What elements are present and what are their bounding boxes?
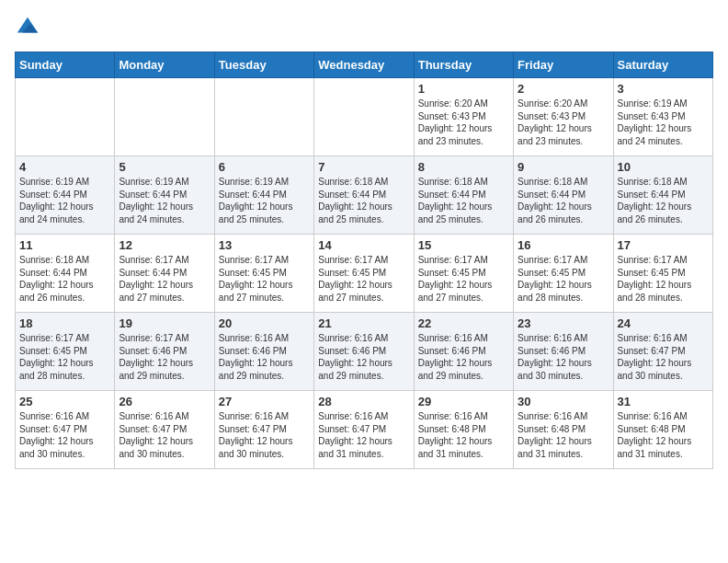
calendar-cell: 10Sunrise: 6:18 AM Sunset: 6:44 PM Dayli… [613,156,712,235]
day-info: Sunrise: 6:16 AM Sunset: 6:46 PM Dayligh… [518,332,609,382]
day-number: 4 [19,160,110,174]
day-info: Sunrise: 6:19 AM Sunset: 6:44 PM Dayligh… [19,176,110,225]
calendar-cell: 19Sunrise: 6:17 AM Sunset: 6:46 PM Dayli… [115,313,214,391]
day-number: 10 [618,160,709,174]
calendar-cell: 27Sunrise: 6:16 AM Sunset: 6:47 PM Dayli… [214,391,313,469]
day-info: Sunrise: 6:19 AM Sunset: 6:44 PM Dayligh… [119,176,210,225]
day-info: Sunrise: 6:16 AM Sunset: 6:47 PM Dayligh… [219,410,310,460]
day-info: Sunrise: 6:17 AM Sunset: 6:45 PM Dayligh… [618,254,709,304]
calendar-cell: 3Sunrise: 6:19 AM Sunset: 6:43 PM Daylig… [613,78,712,156]
calendar-table: SundayMondayTuesdayWednesdayThursdayFrid… [15,52,713,469]
logo-icon [15,15,40,40]
day-number: 19 [119,316,210,330]
calendar-cell: 17Sunrise: 6:17 AM Sunset: 6:45 PM Dayli… [613,235,712,313]
header-day-tuesday: Tuesday [214,52,313,78]
day-number: 28 [318,395,409,408]
day-number: 2 [518,82,609,96]
day-info: Sunrise: 6:16 AM Sunset: 6:47 PM Dayligh… [119,410,210,460]
calendar-cell: 30Sunrise: 6:16 AM Sunset: 6:48 PM Dayli… [514,391,613,469]
calendar-cell [115,78,214,156]
calendar-cell: 1Sunrise: 6:20 AM Sunset: 6:43 PM Daylig… [414,78,513,156]
calendar-cell: 5Sunrise: 6:19 AM Sunset: 6:44 PM Daylig… [115,156,214,235]
day-number: 1 [418,82,509,96]
calendar-cell: 31Sunrise: 6:16 AM Sunset: 6:48 PM Dayli… [613,391,712,469]
calendar-cell: 8Sunrise: 6:18 AM Sunset: 6:44 PM Daylig… [414,156,513,235]
calendar-cell: 24Sunrise: 6:16 AM Sunset: 6:47 PM Dayli… [613,313,712,391]
day-number: 8 [418,160,509,174]
day-number: 27 [219,395,310,408]
day-number: 31 [618,395,709,408]
calendar-cell: 23Sunrise: 6:16 AM Sunset: 6:46 PM Dayli… [514,313,613,391]
calendar-cell: 16Sunrise: 6:17 AM Sunset: 6:45 PM Dayli… [514,235,613,313]
day-number: 3 [618,82,709,96]
header-day-monday: Monday [115,52,214,78]
day-number: 5 [119,160,210,174]
calendar-cell: 15Sunrise: 6:17 AM Sunset: 6:45 PM Dayli… [414,235,513,313]
calendar-cell: 25Sunrise: 6:16 AM Sunset: 6:47 PM Dayli… [16,391,115,469]
day-info: Sunrise: 6:16 AM Sunset: 6:48 PM Dayligh… [618,410,709,460]
day-info: Sunrise: 6:18 AM Sunset: 6:44 PM Dayligh… [618,176,709,225]
calendar-cell: 28Sunrise: 6:16 AM Sunset: 6:47 PM Dayli… [314,391,414,469]
day-number: 29 [418,395,509,408]
day-info: Sunrise: 6:18 AM Sunset: 6:44 PM Dayligh… [518,176,609,225]
day-number: 9 [518,160,609,174]
day-number: 21 [318,316,409,330]
day-info: Sunrise: 6:17 AM Sunset: 6:45 PM Dayligh… [418,254,509,304]
week-row-2: 4Sunrise: 6:19 AM Sunset: 6:44 PM Daylig… [16,156,713,235]
day-number: 7 [318,160,409,174]
day-info: Sunrise: 6:16 AM Sunset: 6:47 PM Dayligh… [318,410,409,460]
day-info: Sunrise: 6:19 AM Sunset: 6:44 PM Dayligh… [219,176,310,225]
day-info: Sunrise: 6:18 AM Sunset: 6:44 PM Dayligh… [19,254,110,304]
calendar-body: 1Sunrise: 6:20 AM Sunset: 6:43 PM Daylig… [16,78,713,469]
day-number: 26 [119,395,210,408]
day-info: Sunrise: 6:17 AM Sunset: 6:46 PM Dayligh… [119,332,210,382]
day-number: 16 [518,238,609,252]
header-day-sunday: Sunday [16,52,115,78]
calendar-cell: 14Sunrise: 6:17 AM Sunset: 6:45 PM Dayli… [314,235,414,313]
day-info: Sunrise: 6:19 AM Sunset: 6:43 PM Dayligh… [618,98,709,147]
calendar-cell [16,78,115,156]
day-info: Sunrise: 6:20 AM Sunset: 6:43 PM Dayligh… [418,98,509,147]
day-info: Sunrise: 6:17 AM Sunset: 6:45 PM Dayligh… [318,254,409,304]
calendar-cell: 9Sunrise: 6:18 AM Sunset: 6:44 PM Daylig… [514,156,613,235]
calendar-cell: 20Sunrise: 6:16 AM Sunset: 6:46 PM Dayli… [214,313,313,391]
day-info: Sunrise: 6:18 AM Sunset: 6:44 PM Dayligh… [418,176,509,225]
day-number: 13 [219,238,310,252]
week-row-3: 11Sunrise: 6:18 AM Sunset: 6:44 PM Dayli… [16,235,713,313]
calendar-cell: 22Sunrise: 6:16 AM Sunset: 6:46 PM Dayli… [414,313,513,391]
calendar-cell: 4Sunrise: 6:19 AM Sunset: 6:44 PM Daylig… [16,156,115,235]
day-number: 14 [318,238,409,252]
week-row-4: 18Sunrise: 6:17 AM Sunset: 6:45 PM Dayli… [16,313,713,391]
day-number: 12 [119,238,210,252]
header-day-saturday: Saturday [613,52,712,78]
week-row-5: 25Sunrise: 6:16 AM Sunset: 6:47 PM Dayli… [16,391,713,469]
page-header [15,15,713,40]
calendar-header: SundayMondayTuesdayWednesdayThursdayFrid… [16,52,713,78]
day-info: Sunrise: 6:16 AM Sunset: 6:48 PM Dayligh… [518,410,609,460]
day-info: Sunrise: 6:17 AM Sunset: 6:45 PM Dayligh… [518,254,609,304]
day-number: 23 [518,316,609,330]
calendar-cell [214,78,313,156]
day-info: Sunrise: 6:18 AM Sunset: 6:44 PM Dayligh… [318,176,409,225]
week-row-1: 1Sunrise: 6:20 AM Sunset: 6:43 PM Daylig… [16,78,713,156]
header-day-thursday: Thursday [414,52,513,78]
day-info: Sunrise: 6:16 AM Sunset: 6:48 PM Dayligh… [418,410,509,460]
calendar-cell: 2Sunrise: 6:20 AM Sunset: 6:43 PM Daylig… [514,78,613,156]
day-number: 22 [418,316,509,330]
calendar-cell: 29Sunrise: 6:16 AM Sunset: 6:48 PM Dayli… [414,391,513,469]
header-day-friday: Friday [514,52,613,78]
calendar-cell: 13Sunrise: 6:17 AM Sunset: 6:45 PM Dayli… [214,235,313,313]
day-info: Sunrise: 6:17 AM Sunset: 6:44 PM Dayligh… [119,254,210,304]
header-day-wednesday: Wednesday [314,52,414,78]
day-info: Sunrise: 6:16 AM Sunset: 6:47 PM Dayligh… [19,410,110,460]
day-number: 17 [618,238,709,252]
day-number: 15 [418,238,509,252]
day-info: Sunrise: 6:16 AM Sunset: 6:46 PM Dayligh… [219,332,310,382]
calendar-cell: 18Sunrise: 6:17 AM Sunset: 6:45 PM Dayli… [16,313,115,391]
calendar-cell: 7Sunrise: 6:18 AM Sunset: 6:44 PM Daylig… [314,156,414,235]
day-number: 11 [19,238,110,252]
day-number: 20 [219,316,310,330]
day-info: Sunrise: 6:16 AM Sunset: 6:46 PM Dayligh… [418,332,509,382]
calendar-cell: 21Sunrise: 6:16 AM Sunset: 6:46 PM Dayli… [314,313,414,391]
calendar-cell: 11Sunrise: 6:18 AM Sunset: 6:44 PM Dayli… [16,235,115,313]
